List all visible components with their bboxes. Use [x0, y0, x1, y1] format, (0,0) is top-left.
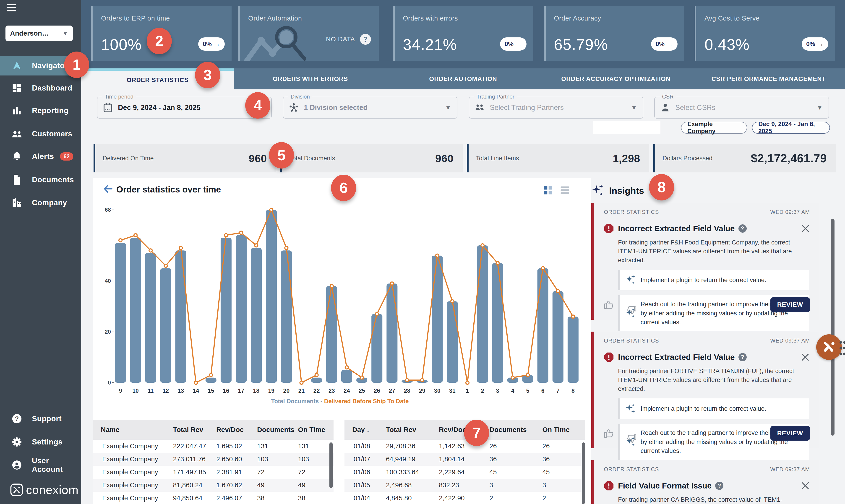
table-row[interactable]: Example Company222,047.471,695.02131131	[93, 440, 334, 453]
kpi-trend-button[interactable]: 0%→	[500, 37, 526, 51]
kpi-no-data: NO DATA?	[326, 34, 371, 45]
review-button[interactable]: REVIEW	[770, 298, 810, 312]
automation-graphic	[244, 25, 319, 61]
sidebar-item-alerts[interactable]: Alerts62	[0, 147, 81, 166]
sparkles-icon	[591, 184, 604, 198]
svg-text:13: 13	[178, 388, 184, 394]
close-icon[interactable]	[801, 353, 810, 362]
annotation-marker-3: 3	[195, 62, 220, 88]
partner-table-scrollbar[interactable]	[329, 443, 332, 488]
help-circle-icon[interactable]: ?	[738, 224, 747, 233]
table-row[interactable]: 01/0764,949.191,804.143636	[344, 453, 585, 466]
insight-title-row: Field Value Format Issue?	[604, 481, 810, 491]
table-row[interactable]: Example Company94,850.642,496.073838	[93, 492, 334, 504]
column-header-ontime[interactable]: On Time	[535, 420, 585, 440]
sidebar-item-reporting[interactable]: Reporting	[0, 101, 81, 121]
back-arrow-icon[interactable]	[103, 184, 113, 194]
sidebar-item-label: Support	[32, 414, 61, 423]
column-header-revdoc[interactable]: Rev/Doc	[209, 420, 249, 440]
redacted-chip	[593, 121, 661, 134]
table-row[interactable]: Example Company273,011.762,650.60103103	[93, 453, 334, 466]
thumb-down-icon[interactable]	[620, 428, 631, 438]
table-cell: 45	[482, 466, 535, 479]
column-header-day[interactable]: Day↓	[344, 420, 378, 440]
kpi-trend-button[interactable]: 0%→	[802, 37, 828, 51]
svg-text:2: 2	[481, 388, 484, 394]
insights-scrollbar[interactable]	[831, 219, 834, 436]
kpi-trend-button[interactable]: 0%→	[198, 37, 225, 51]
table-row[interactable]: 01/06100,333.642,229.644545	[344, 466, 585, 479]
filter-chip[interactable]: Example Company	[681, 122, 747, 133]
column-header-documents[interactable]: Documents	[482, 420, 535, 440]
table-row[interactable]: 01/052,496.68832.2333	[344, 479, 585, 492]
insight-suggestion-text: Implement a plugin to return the correct…	[641, 404, 766, 413]
conexiom-assistant-button[interactable]	[816, 334, 842, 360]
help-circle-icon[interactable]: ?	[360, 34, 371, 45]
alert-octagon-icon	[604, 223, 614, 234]
sidebar-item-documents[interactable]: Documents	[0, 170, 81, 190]
kpi-trend-button[interactable]: 0%→	[651, 37, 678, 51]
svg-text:11: 11	[148, 388, 154, 394]
table-cell: 100,333.64	[378, 466, 431, 479]
column-header-name[interactable]: Name	[93, 420, 165, 440]
kpi-value: 65.79%	[554, 36, 608, 53]
alerts-count-badge: 62	[60, 152, 73, 161]
organization-selector[interactable]: Anderson… ▼	[5, 25, 73, 41]
thumb-up-icon[interactable]	[604, 428, 614, 438]
help-circle-icon[interactable]: ?	[738, 353, 747, 361]
table-cell: 131	[249, 440, 290, 453]
arrow-right-icon: →	[516, 41, 522, 48]
svg-text:0: 0	[108, 379, 111, 385]
column-header-totalrev[interactable]: Total Rev	[165, 420, 209, 440]
list-view-icon[interactable]	[560, 185, 570, 195]
reporting-icon	[12, 106, 22, 115]
sidebar-item-settings[interactable]: Settings	[0, 432, 81, 452]
kpi-card-4: Order Accuracy65.79%0%→	[544, 6, 684, 61]
column-header-label: Total Rev	[386, 426, 416, 433]
tab-orders-with-errors[interactable]: ORDERS WITH ERRORS	[234, 68, 387, 89]
grid-view-icon[interactable]	[543, 185, 553, 195]
sidebar-item-customers[interactable]: Customers	[0, 124, 81, 144]
hamburger-menu-icon[interactable]	[7, 4, 16, 12]
thumb-down-icon[interactable]	[620, 300, 631, 310]
review-button[interactable]: REVIEW	[770, 426, 810, 440]
bell-icon	[12, 151, 22, 161]
daily-table-scrollbar[interactable]	[582, 443, 585, 504]
stat-dollars-processed: Dollars Processed$2,172,461.79	[653, 144, 836, 173]
table-row[interactable]: 01/0829,708.361,142.632626	[344, 440, 585, 453]
chevron-down-icon: ▼	[817, 104, 823, 111]
column-header-label: Rev/Doc	[216, 426, 244, 433]
tab-order-accuracy-optimization[interactable]: ORDER ACCURACY OPTIMIZATION	[540, 68, 693, 89]
filter-csr[interactable]: CSRSelect CSRs▼	[654, 97, 829, 119]
column-header-ontime[interactable]: On Time	[290, 420, 334, 440]
stat-label: Dollars Processed	[663, 155, 713, 162]
chip-label: Dec 9, 2024 - Jan 8, 2025	[758, 121, 824, 135]
table-row[interactable]: Example Company171,497.852,381.917272	[93, 466, 334, 479]
table-row[interactable]: 01/044,845.802,422.9022	[344, 492, 585, 504]
sidebar-item-user-account[interactable]: User Account	[0, 455, 81, 475]
sidebar-item-label: Alerts	[32, 152, 54, 161]
svg-text:20: 20	[283, 388, 290, 394]
column-header-totalrev[interactable]: Total Rev	[378, 420, 431, 440]
close-icon[interactable]	[801, 224, 810, 233]
filter-chip[interactable]: Dec 9, 2024 - Jan 8, 2025	[752, 122, 830, 133]
column-header-documents[interactable]: Documents	[249, 420, 290, 440]
table-row[interactable]: Example Company81,860.241,670.624949	[93, 479, 334, 492]
tab-csr-performance-management[interactable]: CSR PERFORMANCE MANAGEMENT	[692, 68, 845, 89]
tab-order-automation[interactable]: ORDER AUTOMATION	[387, 68, 540, 89]
table-cell: 1,670.62	[209, 479, 249, 492]
orders-over-time-chart[interactable]: 0204068910111213141516171819202122232425…	[97, 203, 586, 408]
sidebar-item-dashboard[interactable]: Dashboard	[0, 78, 81, 98]
stat-total-documents: Total Documents960	[280, 144, 463, 173]
filter-division[interactable]: Division1 Division selected▼	[283, 97, 457, 119]
insight-title: Incorrect Extracted Field Value	[618, 353, 735, 362]
sidebar-item-support[interactable]: ?Support	[0, 409, 81, 429]
help-circle-icon[interactable]: ?	[715, 482, 723, 490]
sidebar-item-company[interactable]: Company	[0, 193, 81, 213]
sidebar-item-label: User Account	[32, 456, 81, 474]
close-icon[interactable]	[801, 481, 810, 490]
insight-card: ORDER STATISTICSWED 09:37 AMIncorrect Ex…	[591, 203, 820, 320]
filter-trading-partner[interactable]: Trading PartnerSelect Trading Partners▼	[469, 97, 643, 119]
sidebar: Anderson… ▼ NavigatorDashboardReportingC…	[0, 0, 81, 504]
thumb-up-icon[interactable]	[604, 300, 614, 310]
